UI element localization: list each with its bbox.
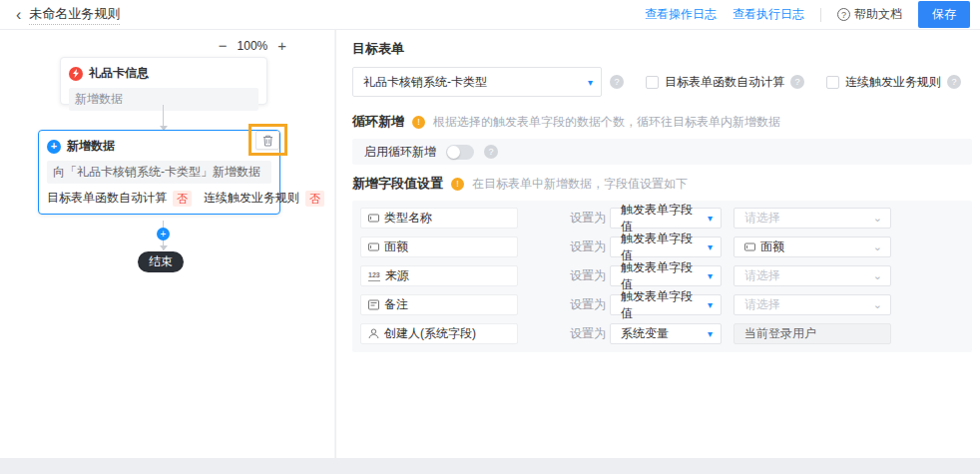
- value-text: 当前登录用户: [744, 325, 816, 342]
- zoom-in-button[interactable]: +: [277, 38, 286, 53]
- field-name: 面额: [384, 238, 408, 255]
- zoom-out-button[interactable]: −: [219, 38, 228, 53]
- loop-section-header: 循环新增 ! 根据选择的触发表单字段的数据个数，循环往目标表单内新增数据: [352, 113, 972, 131]
- value-selected: 面额: [744, 238, 784, 255]
- help-doc-label: 帮助文档: [854, 6, 902, 23]
- page-title[interactable]: 未命名业务规则: [29, 5, 120, 25]
- field-row: 创建人(系统字段) 设置为 系统变量 ▾ 当前登录用户: [360, 323, 964, 344]
- checkbox-continuous-label: 连续触发业务规则: [845, 74, 941, 91]
- field-rows-panel: 类型名称 设置为 触发表单字段值 ▾ 请选择 ⌄ 面额 设置为 触发表单字段值: [352, 201, 972, 352]
- checkbox-icon[interactable]: [646, 76, 659, 89]
- field-name: 类型名称: [384, 210, 432, 227]
- checkbox-icon[interactable]: [826, 76, 839, 89]
- loop-toggle-switch[interactable]: [446, 145, 474, 160]
- text-field-icon: [368, 213, 379, 224]
- loop-section-title: 循环新增: [352, 113, 404, 131]
- help-doc-button[interactable]: ? 帮助文档: [837, 6, 902, 23]
- set-as-label: 设置为: [570, 325, 610, 342]
- trigger-lightning-icon: [69, 67, 83, 81]
- loop-toggle-bar: 启用循环新增 ?: [352, 139, 972, 165]
- chevron-down-icon: ⌄: [873, 298, 882, 311]
- add-data-plus-icon: +: [47, 140, 61, 154]
- mode-value: 触发表单字段值: [621, 288, 699, 322]
- mode-value: 系统变量: [621, 325, 669, 342]
- header-divider: [820, 8, 821, 22]
- field-name: 创建人(系统字段): [384, 325, 476, 342]
- zoom-level: 100%: [238, 39, 268, 53]
- flow-canvas: − 100% + 礼品卡信息 新增数据 + 新增数据 向「礼品卡核销系统-卡类型…: [0, 30, 335, 458]
- value-select[interactable]: 请选择 ⌄: [734, 294, 891, 315]
- loop-section-hint: 根据选择的触发表单字段的数据个数，循环往目标表单内新增数据: [433, 114, 780, 131]
- mode-select[interactable]: 触发表单字段值 ▾: [610, 208, 722, 229]
- field-name: 备注: [384, 296, 408, 313]
- action-node-title: 新增数据: [67, 138, 115, 155]
- mode-select[interactable]: 系统变量 ▾: [610, 323, 722, 344]
- chevron-down-icon: ⌄: [873, 212, 882, 225]
- bottom-strip: [0, 458, 980, 474]
- end-node: 结束: [138, 251, 184, 272]
- delete-node-button[interactable]: [255, 131, 279, 150]
- value-select[interactable]: 请选择 ⌄: [734, 208, 891, 229]
- value-text: 面额: [760, 238, 784, 255]
- fields-section-hint: 在目标表单中新增数据，字段值设置如下: [472, 176, 688, 193]
- info-icon[interactable]: ?: [484, 145, 498, 159]
- info-icon[interactable]: ?: [790, 75, 804, 89]
- textarea-field-icon: [368, 299, 379, 310]
- header-actions: 查看操作日志 查看执行日志 ? 帮助文档 保存: [645, 1, 970, 28]
- back-icon[interactable]: ‹: [10, 7, 27, 23]
- flag1-badge: 否: [173, 191, 192, 207]
- info-icon[interactable]: ?: [947, 75, 961, 89]
- set-as-label: 设置为: [570, 296, 610, 313]
- action-node-target: 向「礼品卡核销系统-卡类型」新增数据: [47, 161, 271, 184]
- text-field-icon: [368, 241, 379, 252]
- zoom-control: − 100% +: [219, 38, 286, 53]
- view-operation-log-link[interactable]: 查看操作日志: [645, 6, 717, 23]
- warning-icon: !: [412, 116, 425, 129]
- set-as-label: 设置为: [570, 238, 610, 255]
- flag2-label: 连续触发业务规则: [204, 190, 299, 207]
- checkbox-auto-calc[interactable]: 目标表单函数自动计算 ?: [646, 74, 804, 91]
- target-form-select[interactable]: 礼品卡核销系统-卡类型 ▾: [352, 67, 602, 97]
- loop-toggle-label: 启用循环新增: [364, 144, 436, 161]
- caret-down-icon: ▾: [708, 241, 713, 252]
- field-row: 123 来源 设置为 触发表单字段值 ▾ 请选择 ⌄: [360, 265, 964, 286]
- fields-section-header: 新增字段值设置 ! 在目标表单中新增数据，字段值设置如下: [352, 175, 972, 193]
- trigger-node-title: 礼品卡信息: [89, 65, 149, 82]
- caret-down-icon: ▾: [708, 213, 713, 224]
- field-name-box: 备注: [360, 294, 518, 315]
- field-name: 来源: [385, 267, 409, 284]
- target-form-title: 目标表单: [352, 40, 972, 58]
- value-readonly-field: 当前登录用户: [734, 323, 891, 344]
- mode-select[interactable]: 触发表单字段值 ▾: [610, 237, 722, 257]
- value-select[interactable]: 面额 ⌄: [734, 237, 891, 257]
- caret-down-icon: ▾: [708, 299, 713, 310]
- chevron-down-icon: ⌄: [873, 240, 882, 253]
- view-execution-log-link[interactable]: 查看执行日志: [733, 6, 804, 23]
- trigger-node-body: 新增数据: [69, 88, 258, 111]
- target-form-value: 礼品卡核销系统-卡类型: [363, 74, 487, 91]
- save-button[interactable]: 保存: [918, 1, 970, 28]
- add-step-button[interactable]: +: [157, 228, 170, 240]
- caret-down-icon: ▾: [708, 270, 713, 281]
- warning-icon: !: [451, 178, 464, 191]
- field-name-box: 创建人(系统字段): [360, 323, 518, 344]
- trigger-node[interactable]: 礼品卡信息 新增数据: [60, 57, 267, 105]
- user-icon: [368, 328, 379, 339]
- question-circle-icon: ?: [837, 8, 850, 21]
- info-icon[interactable]: ?: [610, 75, 624, 89]
- field-name-box: 123 来源: [360, 265, 518, 286]
- value-select[interactable]: 请选择 ⌄: [734, 265, 891, 286]
- action-node-flags: 目标表单函数自动计算 否 连续触发业务规则 否: [47, 190, 271, 207]
- action-node-selected[interactable]: + 新增数据 向「礼品卡核销系统-卡类型」新增数据 目标表单函数自动计算 否 连…: [38, 130, 280, 215]
- field-row: 类型名称 设置为 触发表单字段值 ▾ 请选择 ⌄: [360, 208, 964, 229]
- trash-icon: [262, 135, 273, 147]
- set-as-label: 设置为: [570, 267, 610, 284]
- text-field-icon: [744, 241, 755, 252]
- set-as-label: 设置为: [570, 210, 610, 227]
- field-row: 备注 设置为 触发表单字段值 ▾ 请选择 ⌄: [360, 294, 964, 315]
- mode-select[interactable]: 触发表单字段值 ▾: [610, 294, 722, 315]
- checkbox-continuous-trigger[interactable]: 连续触发业务规则 ?: [826, 74, 961, 91]
- chevron-down-icon: ⌄: [873, 269, 882, 282]
- mode-select[interactable]: 触发表单字段值 ▾: [610, 265, 722, 286]
- fields-section-title: 新增字段值设置: [352, 175, 443, 193]
